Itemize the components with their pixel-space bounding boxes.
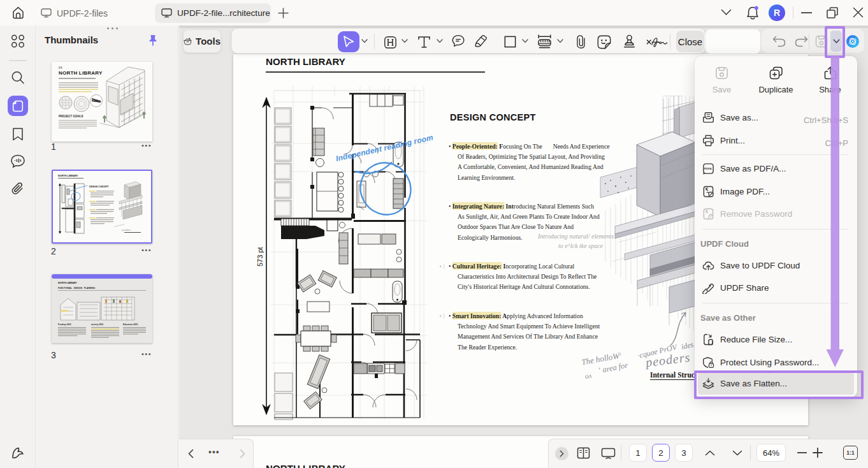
svg-text:DESIGN CONCEPT: DESIGN CONCEPT	[89, 186, 109, 188]
svg-text:PDF/A: PDF/A	[704, 167, 712, 170]
svg-text:NORTH LIBRARY: NORTH LIBRARY	[58, 282, 77, 284]
svg-text:04: 04	[59, 66, 62, 69]
svg-text:FUNCTIONAL DESIGN PLANNING: FUNCTIONAL DESIGN PLANNING	[58, 287, 96, 289]
svg-text:NORTH LIBRARY: NORTH LIBRARY	[59, 70, 103, 76]
svg-text:PROJECT GOALS: PROJECT GOALS	[59, 115, 83, 118]
svg-text:NORTH LIBRARY: NORTH LIBRARY	[58, 175, 78, 177]
svg-text:Funding 2023: Funding 2023	[58, 323, 71, 326]
svg-text:activity 2023: activity 2023	[91, 323, 103, 326]
svg-text:peoders: peoders	[121, 228, 131, 231]
svg-text:Education 2023: Education 2023	[123, 323, 138, 326]
svg-text:Independent reading room: Independent reading room	[335, 133, 435, 163]
svg-text:573 pt: 573 pt	[256, 247, 264, 267]
